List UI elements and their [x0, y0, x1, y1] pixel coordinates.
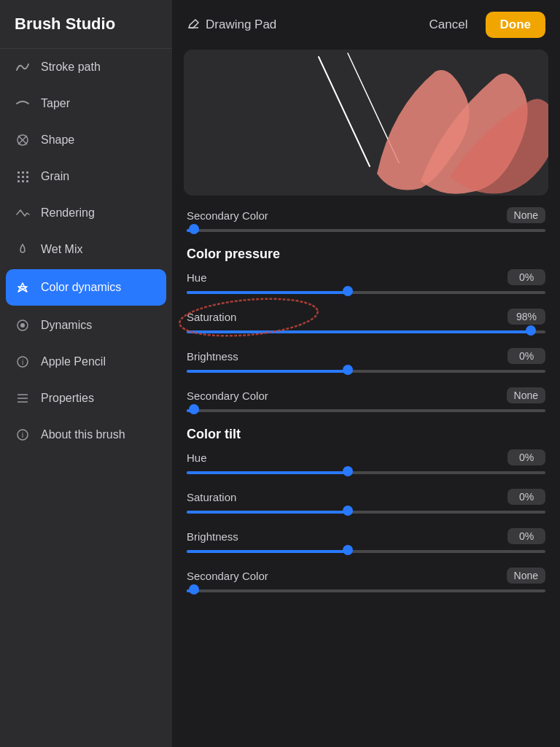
svg-rect-7 — [22, 176, 24, 178]
ct-saturation-slider[interactable] — [187, 509, 545, 515]
ct-brightness-slider[interactable] — [187, 549, 545, 554]
sidebar-item-about[interactable]: i About this brush — [0, 417, 172, 453]
edit-icon — [187, 18, 200, 31]
settings-scroll[interactable]: Secondary Color None Color pressure Hue … — [172, 207, 560, 747]
sidebar-label-color-dynamics: Color dynamics — [41, 281, 121, 294]
svg-rect-8 — [26, 176, 28, 178]
ct-brightness-value: 0% — [508, 528, 545, 544]
cp-secondary-slider[interactable] — [187, 408, 545, 414]
cp-hue-value: 0% — [508, 269, 545, 285]
sidebar-item-grain[interactable]: Grain — [0, 158, 172, 195]
secondary-color-top-row: Secondary Color None — [187, 207, 545, 233]
ct-hue-label: Hue — [187, 452, 207, 464]
cp-saturation-label: Saturation — [187, 311, 236, 323]
grain-icon — [15, 169, 31, 185]
cp-brightness-thumb[interactable] — [343, 365, 353, 375]
shape-icon — [15, 132, 31, 148]
ct-secondary-value: None — [507, 568, 545, 584]
cp-hue-slider[interactable] — [187, 290, 545, 295]
ct-secondary-thumb[interactable] — [189, 584, 199, 595]
sidebar-item-dynamics[interactable]: Dynamics — [0, 307, 172, 344]
dynamics-icon — [15, 317, 31, 333]
svg-rect-5 — [26, 171, 28, 174]
apple-pencil-icon: i — [15, 354, 31, 370]
cp-secondary-value: None — [507, 387, 545, 403]
cp-secondary-label: Secondary Color — [187, 390, 268, 402]
sidebar-label-rendering: Rendering — [41, 206, 95, 220]
sidebar-item-properties[interactable]: Properties — [0, 380, 172, 417]
rendering-icon — [15, 205, 31, 221]
sidebar-label-taper: Taper — [41, 97, 70, 110]
secondary-color-top-slider[interactable] — [187, 228, 545, 233]
sidebar-item-color-dynamics[interactable]: Color dynamics — [6, 269, 166, 306]
color-tilt-hue-row: Hue 0% — [187, 449, 545, 476]
svg-text:i: i — [22, 358, 23, 366]
done-button[interactable]: Done — [486, 12, 546, 38]
color-tilt-brightness-row: Brightness 0% — [187, 528, 545, 554]
color-pressure-title: Color pressure — [187, 247, 545, 262]
svg-rect-6 — [18, 176, 20, 178]
svg-rect-3 — [18, 171, 20, 174]
secondary-color-top-thumb[interactable] — [189, 224, 199, 234]
cp-saturation-slider[interactable] — [187, 329, 545, 335]
properties-icon — [15, 390, 31, 406]
cp-brightness-slider[interactable] — [187, 368, 545, 374]
cp-hue-thumb[interactable] — [343, 286, 353, 296]
secondary-color-top-value: None — [507, 207, 545, 223]
color-tilt-section: Color tilt Hue 0% Saturation 0% — [187, 427, 545, 594]
main-content: Drawing Pad Cancel Done Secondary Color … — [172, 0, 560, 747]
svg-rect-4 — [22, 171, 24, 174]
stroke-path-icon — [15, 59, 31, 75]
sidebar-item-wet-mix[interactable]: Wet Mix — [0, 231, 172, 268]
ct-hue-thumb[interactable] — [343, 466, 353, 476]
sidebar-label-about: About this brush — [41, 428, 125, 441]
sidebar: Brush Studio Stroke path Taper Shape Gra… — [0, 0, 172, 747]
ct-brightness-thumb[interactable] — [343, 545, 353, 555]
svg-text:i: i — [22, 430, 23, 439]
color-dynamics-icon — [15, 279, 31, 295]
color-pressure-hue-row: Hue 0% — [187, 269, 545, 295]
sidebar-item-apple-pencil[interactable]: i Apple Pencil — [0, 344, 172, 380]
svg-rect-10 — [22, 180, 24, 182]
wet-mix-icon — [15, 241, 31, 258]
sidebar-label-dynamics: Dynamics — [41, 319, 92, 332]
ct-secondary-slider[interactable] — [187, 588, 545, 594]
app-title: Brush Studio — [0, 0, 172, 49]
color-tilt-saturation-row: Saturation 0% — [187, 489, 545, 515]
sidebar-label-apple-pencil: Apple Pencil — [41, 355, 106, 368]
sidebar-item-taper[interactable]: Taper — [0, 85, 172, 122]
secondary-color-top-track — [187, 229, 545, 232]
svg-rect-9 — [18, 180, 20, 182]
color-tilt-secondary-row: Secondary Color None — [187, 568, 545, 594]
sidebar-item-rendering[interactable]: Rendering — [0, 195, 172, 231]
ct-saturation-thumb[interactable] — [343, 506, 353, 516]
color-pressure-secondary-row: Secondary Color None — [187, 387, 545, 414]
sidebar-label-wet-mix: Wet Mix — [41, 243, 82, 256]
ct-hue-slider[interactable] — [187, 470, 545, 476]
about-icon: i — [15, 427, 31, 443]
secondary-color-top-header: Secondary Color None — [187, 207, 545, 223]
ct-hue-value: 0% — [508, 449, 545, 465]
sidebar-label-stroke-path: Stroke path — [41, 61, 101, 74]
cp-secondary-thumb[interactable] — [189, 404, 199, 414]
cp-hue-label: Hue — [187, 271, 207, 284]
color-pressure-brightness-row: Brightness 0% — [187, 348, 545, 374]
sidebar-item-stroke-path[interactable]: Stroke path — [0, 49, 172, 85]
brush-canvas-svg — [184, 50, 548, 196]
sidebar-item-shape[interactable]: Shape — [0, 122, 172, 158]
color-tilt-title: Color tilt — [187, 427, 545, 442]
drawing-pad-header: Drawing Pad — [187, 18, 276, 32]
color-pressure-saturation-row: Saturation 98% — [187, 309, 545, 335]
cp-saturation-thumb[interactable] — [526, 325, 536, 336]
cancel-button[interactable]: Cancel — [421, 13, 477, 36]
sidebar-label-properties: Properties — [41, 392, 94, 405]
taper-icon — [15, 96, 31, 112]
ct-secondary-label: Secondary Color — [187, 570, 268, 582]
cp-brightness-label: Brightness — [187, 350, 238, 363]
sidebar-label-grain: Grain — [41, 170, 69, 183]
header: Drawing Pad Cancel Done — [172, 0, 560, 50]
cp-brightness-value: 0% — [508, 348, 545, 364]
color-pressure-section: Color pressure Hue 0% Saturation 98% — [187, 247, 545, 414]
drawing-pad-label: Drawing Pad — [206, 18, 276, 32]
brush-preview — [184, 50, 548, 196]
